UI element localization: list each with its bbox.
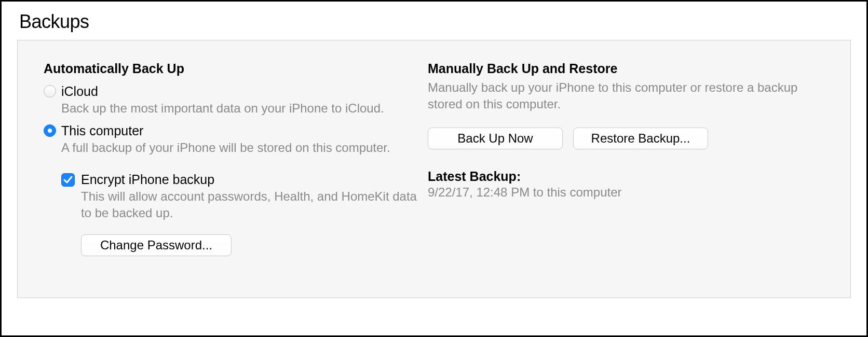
encrypt-checkbox-label: Encrypt iPhone backup (81, 172, 214, 187)
manual-backup-desc: Manually back up your iPhone to this com… (428, 79, 824, 113)
encrypt-block: Encrypt iPhone backup This will allow ac… (61, 172, 417, 256)
this-computer-radio-label: This computer (61, 123, 417, 138)
this-computer-radio-icon (44, 124, 56, 137)
back-up-now-button[interactable]: Back Up Now (428, 128, 563, 149)
this-computer-radio-desc: A full backup of your iPhone will be sto… (61, 139, 417, 156)
latest-backup-value: 9/22/17, 12:48 PM to this computer (428, 185, 824, 200)
section-title: Backups (19, 11, 851, 33)
encrypt-checkbox-desc: This will allow account passwords, Healt… (81, 188, 417, 222)
latest-backup-heading: Latest Backup: (428, 169, 824, 184)
automatic-backup-column: Automatically Back Up iCloud Back up the… (44, 61, 417, 277)
manual-button-row: Back Up Now Restore Backup... (428, 128, 824, 149)
icloud-radio-icon (44, 85, 56, 97)
automatic-backup-heading: Automatically Back Up (44, 61, 417, 76)
encrypt-checkbox-icon (61, 173, 75, 187)
icloud-radio-desc: Back up the most important data on your … (61, 100, 417, 117)
backups-window: Backups Automatically Back Up iCloud Bac… (0, 0, 868, 337)
manual-backup-heading: Manually Back Up and Restore (428, 61, 824, 76)
icloud-radio-label: iCloud (61, 83, 417, 99)
change-password-button[interactable]: Change Password... (81, 234, 232, 256)
latest-backup-block: Latest Backup: 9/22/17, 12:48 PM to this… (428, 169, 824, 200)
restore-backup-button[interactable]: Restore Backup... (573, 128, 708, 149)
backups-panel: Automatically Back Up iCloud Back up the… (17, 40, 851, 298)
encrypt-checkbox-row[interactable]: Encrypt iPhone backup (61, 172, 417, 187)
icloud-radio-row[interactable]: iCloud Back up the most important data o… (44, 83, 417, 117)
manual-backup-column: Manually Back Up and Restore Manually ba… (417, 61, 824, 277)
this-computer-radio-row[interactable]: This computer A full backup of your iPho… (44, 123, 417, 156)
